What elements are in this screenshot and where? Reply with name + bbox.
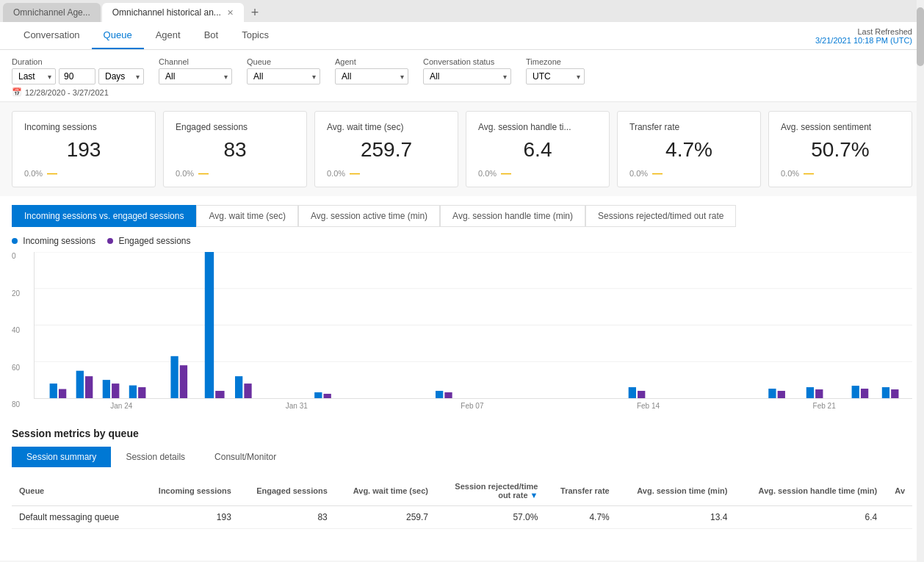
last-refreshed-value: 3/21/2021 10:18 PM (UTC) [815, 36, 912, 45]
kpi-card-5: Avg. session sentiment 50.7% 0.0% — [768, 111, 912, 187]
svg-rect-26 [806, 387, 814, 398]
th-avg-session-time: Avg. session time (min) [617, 476, 735, 506]
table-tabs: Session summary Session details Consult/… [12, 447, 912, 467]
th-engaged-sessions: Engaged sessions [239, 476, 335, 506]
close-tab-icon[interactable]: ✕ [227, 8, 234, 18]
kpi-dash-2: — [350, 167, 360, 179]
svg-rect-31 [891, 389, 898, 398]
kpi-dash-4: — [652, 167, 663, 179]
filter-duration-type[interactable]: Last [12, 68, 56, 84]
svg-rect-11 [138, 387, 145, 398]
kpi-footer-4: 0.0% — [629, 167, 748, 179]
scrollbar-track[interactable] [917, 0, 924, 561]
last-refreshed: Last Refreshed 3/21/2021 10:18 PM (UTC) [815, 24, 912, 48]
kpi-card-1: Engaged sessions 83 0.0% — [163, 111, 307, 187]
svg-rect-13 [180, 365, 187, 398]
svg-rect-4 [50, 383, 57, 398]
chart-section: Incoming sessions vs. engaged sessions A… [0, 196, 924, 419]
section-title: Session metrics by queue [12, 428, 912, 439]
filter-duration-unit-wrapper: Days [98, 68, 144, 84]
filter-channel-select[interactable]: All [159, 68, 232, 84]
filter-agent-select[interactable]: All [335, 68, 408, 84]
table-tab-session-summary[interactable]: Session summary [12, 447, 111, 467]
browser-tab-1-label: Omnichannel Age... [13, 7, 90, 18]
td-avg-session-time: 13.4 [617, 506, 735, 529]
kpi-value-2: 259.7 [327, 138, 446, 162]
kpi-card-2: Avg. wait time (sec) 259.7 0.0% — [314, 111, 458, 187]
chart-inner: 80 60 40 20 0 [34, 252, 912, 399]
kpi-footer-0: 0.0% — [24, 167, 143, 179]
chart-tab-0[interactable]: Incoming sessions vs. engaged sessions [12, 205, 196, 227]
kpi-title-1: Engaged sessions [176, 122, 295, 132]
y-label-60: 60 [12, 364, 34, 372]
kpi-footer-3: 0.0% — [478, 167, 597, 179]
filter-agent-wrapper: All [335, 68, 408, 84]
table-tab-consult-monitor[interactable]: Consult/Monitor [200, 447, 291, 467]
calendar-icon: 📅 [12, 87, 22, 97]
legend-label-engaged: Engaged sessions [118, 236, 190, 246]
tab-queue[interactable]: Queue [92, 22, 144, 49]
chart-tab-3[interactable]: Avg. session handle time (min) [440, 205, 585, 227]
filters-row: Duration Last Days [12, 57, 912, 84]
filter-channel: Channel All [159, 57, 232, 84]
filter-duration-num[interactable] [59, 68, 95, 84]
kpi-title-5: Avg. session sentiment [781, 122, 900, 132]
kpi-trend-1: 0.0% [176, 169, 194, 178]
svg-rect-25 [778, 391, 785, 398]
browser-tab-2[interactable]: Omnichannel historical an... ✕ [102, 3, 244, 22]
x-label-jan31: Jan 31 [286, 402, 308, 410]
kpi-footer-1: 0.0% — [176, 167, 295, 179]
y-label-40: 40 [12, 326, 34, 334]
svg-rect-6 [76, 371, 84, 398]
tab-bot[interactable]: Bot [192, 22, 231, 49]
browser-tab-2-label: Omnichannel historical an... [112, 7, 221, 18]
kpi-card-3: Avg. session handle ti... 6.4 0.0% — [466, 111, 610, 187]
chart-tab-4[interactable]: Sessions rejected/timed out rate [585, 205, 736, 227]
filter-conv-status-select[interactable]: All [423, 68, 511, 84]
td-incoming-sessions: 193 [140, 506, 239, 529]
svg-rect-21 [444, 392, 452, 398]
filter-duration: Duration Last Days [12, 57, 144, 84]
kpi-dash-1: — [198, 167, 209, 179]
scrollbar-thumb[interactable] [917, 7, 924, 66]
nav-tabs-left: Conversation Queue Agent Bot Topics [12, 22, 281, 49]
y-label-20: 20 [12, 289, 34, 298]
browser-tab-1[interactable]: Omnichannel Age... [3, 3, 101, 22]
chart-legend: Incoming sessions Engaged sessions [12, 236, 912, 246]
th-avg-wait-time: Avg. wait time (sec) [335, 476, 436, 506]
app-container: Conversation Queue Agent Bot Topics Last… [0, 22, 924, 561]
chart-tab-2[interactable]: Avg. session active time (min) [298, 205, 440, 227]
th-queue: Queue [12, 476, 140, 506]
svg-rect-16 [235, 376, 242, 398]
tab-topics[interactable]: Topics [230, 22, 281, 49]
svg-rect-22 [629, 387, 636, 398]
table-tab-session-details[interactable]: Session details [111, 447, 200, 467]
chart-tabs: Incoming sessions vs. engaged sessions A… [12, 205, 912, 227]
kpi-trend-3: 0.0% [478, 169, 497, 178]
svg-rect-17 [244, 383, 251, 398]
th-incoming-sessions: Incoming sessions [140, 476, 239, 506]
legend-dot-incoming [12, 238, 18, 244]
legend-dot-engaged [107, 238, 113, 244]
new-tab-button[interactable]: + [245, 4, 265, 22]
filters-bar: Duration Last Days [0, 50, 924, 102]
filter-queue-wrapper: All [247, 68, 320, 84]
kpi-value-3: 6.4 [478, 138, 597, 162]
tab-agent[interactable]: Agent [144, 22, 192, 49]
kpi-trend-5: 0.0% [781, 169, 799, 178]
filter-duration-label: Duration [12, 57, 144, 66]
kpi-footer-2: 0.0% — [327, 167, 446, 179]
filter-duration-unit[interactable]: Days [98, 68, 144, 84]
filter-timezone-wrapper: UTC [526, 68, 585, 84]
filter-queue-select[interactable]: All [247, 68, 320, 84]
filter-timezone-select[interactable]: UTC [526, 68, 585, 84]
svg-rect-14 [205, 252, 214, 398]
filter-timezone-label: Timezone [526, 57, 585, 66]
chart-tab-1[interactable]: Avg. wait time (sec) [196, 205, 297, 227]
tab-conversation[interactable]: Conversation [12, 22, 92, 49]
legend-engaged: Engaged sessions [107, 236, 190, 246]
y-label-80: 80 [12, 400, 34, 408]
kpi-card-0: Incoming sessions 193 0.0% — [12, 111, 156, 187]
nav-bar: Conversation Queue Agent Bot Topics Last… [0, 22, 924, 50]
td-av [884, 506, 912, 529]
